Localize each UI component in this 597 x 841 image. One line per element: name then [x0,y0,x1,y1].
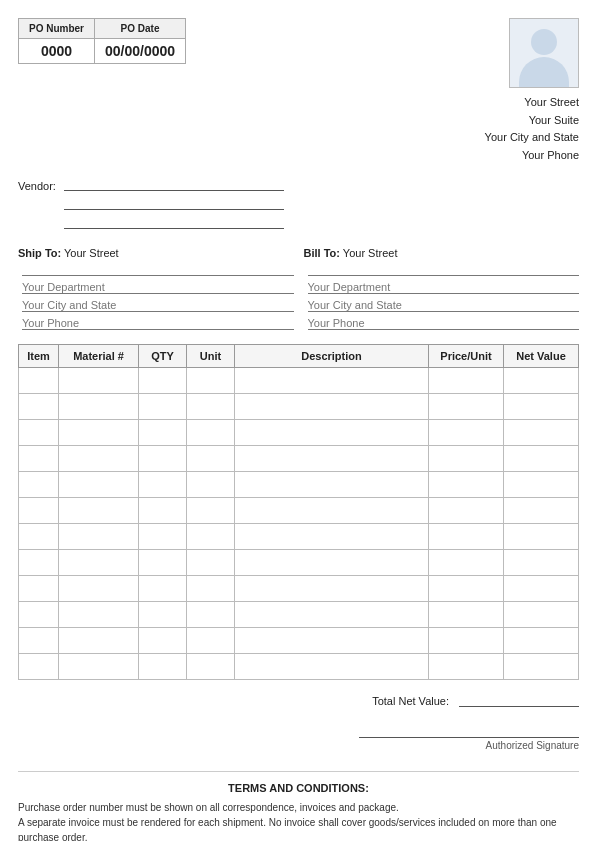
input-row1-col3[interactable] [187,394,234,419]
vendor-field-3[interactable] [64,216,284,229]
input-row7-col2[interactable] [139,550,186,575]
input-row2-col1[interactable] [59,420,138,445]
input-row3-col2[interactable] [139,446,186,471]
total-value-input[interactable] [459,694,579,707]
input-row4-col0[interactable] [19,472,58,497]
input-row11-col2[interactable] [139,654,186,679]
input-row4-col1[interactable] [59,472,138,497]
input-row6-col5[interactable] [429,524,503,549]
vendor-field-1[interactable] [64,178,284,191]
input-row6-col0[interactable] [19,524,58,549]
input-row7-col4[interactable] [235,550,428,575]
input-row3-col3[interactable] [187,446,234,471]
cell-row8-col0 [19,576,59,602]
bill-to-street[interactable] [308,263,580,276]
input-row8-col3[interactable] [187,576,234,601]
input-row1-col1[interactable] [59,394,138,419]
input-row4-col2[interactable] [139,472,186,497]
input-row4-col6[interactable] [504,472,578,497]
input-row11-col5[interactable] [429,654,503,679]
terms-line-2: A separate invoice must be rendered for … [18,815,579,841]
input-row8-col2[interactable] [139,576,186,601]
input-row7-col5[interactable] [429,550,503,575]
input-row8-col1[interactable] [59,576,138,601]
input-row0-col5[interactable] [429,368,503,393]
input-row6-col4[interactable] [235,524,428,549]
input-row9-col6[interactable] [504,602,578,627]
ship-to-street[interactable] [22,263,294,276]
input-row3-col6[interactable] [504,446,578,471]
input-row2-col2[interactable] [139,420,186,445]
input-row6-col2[interactable] [139,524,186,549]
input-row1-col0[interactable] [19,394,58,419]
input-row8-col0[interactable] [19,576,58,601]
input-row3-col1[interactable] [59,446,138,471]
bill-to-city-state[interactable] [308,299,580,312]
input-row3-col0[interactable] [19,446,58,471]
input-row0-col1[interactable] [59,368,138,393]
ship-to-phone[interactable] [22,317,294,330]
input-row2-col5[interactable] [429,420,503,445]
input-row0-col4[interactable] [235,368,428,393]
input-row10-col3[interactable] [187,628,234,653]
input-row5-col1[interactable] [59,498,138,523]
bill-to-phone[interactable] [308,317,580,330]
input-row9-col4[interactable] [235,602,428,627]
input-row7-col1[interactable] [59,550,138,575]
input-row1-col4[interactable] [235,394,428,419]
vendor-field-2[interactable] [64,197,284,210]
input-row6-col1[interactable] [59,524,138,549]
input-row2-col0[interactable] [19,420,58,445]
input-row5-col2[interactable] [139,498,186,523]
input-row6-col3[interactable] [187,524,234,549]
input-row3-col5[interactable] [429,446,503,471]
input-row1-col5[interactable] [429,394,503,419]
input-row9-col3[interactable] [187,602,234,627]
input-row1-col2[interactable] [139,394,186,419]
input-row0-col3[interactable] [187,368,234,393]
input-row10-col1[interactable] [59,628,138,653]
input-row0-col6[interactable] [504,368,578,393]
input-row4-col4[interactable] [235,472,428,497]
input-row11-col4[interactable] [235,654,428,679]
input-row6-col6[interactable] [504,524,578,549]
input-row8-col6[interactable] [504,576,578,601]
input-row5-col3[interactable] [187,498,234,523]
input-row10-col4[interactable] [235,628,428,653]
bill-to-department[interactable] [308,281,580,294]
input-row5-col6[interactable] [504,498,578,523]
input-row8-col4[interactable] [235,576,428,601]
input-row10-col6[interactable] [504,628,578,653]
input-row11-col6[interactable] [504,654,578,679]
input-row4-col5[interactable] [429,472,503,497]
input-row2-col6[interactable] [504,420,578,445]
input-row11-col0[interactable] [19,654,58,679]
input-row7-col6[interactable] [504,550,578,575]
input-row9-col5[interactable] [429,602,503,627]
ship-to-city-state[interactable] [22,299,294,312]
input-row10-col0[interactable] [19,628,58,653]
cell-row5-col1 [59,498,139,524]
input-row3-col4[interactable] [235,446,428,471]
input-row7-col0[interactable] [19,550,58,575]
input-row10-col5[interactable] [429,628,503,653]
input-row9-col0[interactable] [19,602,58,627]
input-row5-col0[interactable] [19,498,58,523]
input-row2-col4[interactable] [235,420,428,445]
input-row0-col2[interactable] [139,368,186,393]
input-row5-col5[interactable] [429,498,503,523]
input-row10-col2[interactable] [139,628,186,653]
input-row8-col5[interactable] [429,576,503,601]
input-row4-col3[interactable] [187,472,234,497]
cell-row6-col4 [235,524,429,550]
input-row1-col6[interactable] [504,394,578,419]
input-row11-col3[interactable] [187,654,234,679]
input-row2-col3[interactable] [187,420,234,445]
ship-to-department[interactable] [22,281,294,294]
input-row5-col4[interactable] [235,498,428,523]
input-row7-col3[interactable] [187,550,234,575]
input-row9-col1[interactable] [59,602,138,627]
input-row9-col2[interactable] [139,602,186,627]
input-row0-col0[interactable] [19,368,58,393]
input-row11-col1[interactable] [59,654,138,679]
